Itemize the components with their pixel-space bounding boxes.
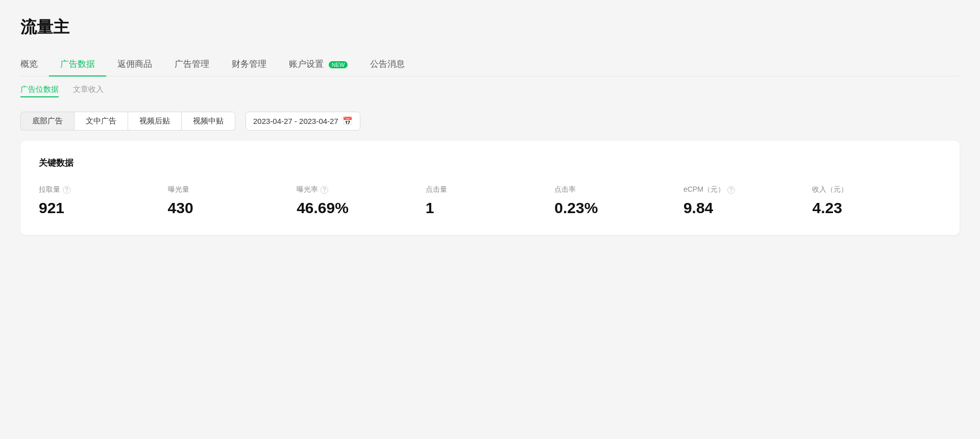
sub-nav-ad-position[interactable]: 广告位数据: [20, 85, 59, 97]
metric-label-click-rate: 点击率: [554, 185, 673, 194]
nav-item-rebate[interactable]: 返佣商品: [106, 53, 163, 76]
metric-value-pull-count: 921: [39, 199, 158, 217]
metric-impression-rate: 曝光率 ? 46.69%: [297, 185, 426, 217]
nav-item-finance[interactable]: 财务管理: [220, 53, 278, 76]
filter-bar: 底部广告 文中广告 视频后贴 视频中贴 2023-04-27 - 2023-04…: [20, 112, 960, 131]
metric-value-click-rate: 0.23%: [554, 199, 673, 217]
metric-value-impression: 430: [168, 199, 287, 217]
metric-label-ecpm: eCPM（元） ?: [683, 185, 802, 194]
metric-value-income: 4.23: [812, 199, 931, 217]
date-range-picker[interactable]: 2023-04-27 - 2023-04-27 📅: [246, 112, 360, 131]
date-range-value: 2023-04-27 - 2023-04-27: [253, 117, 338, 125]
metric-value-ecpm: 9.84: [683, 199, 802, 217]
metric-label-click-count: 点击量: [426, 185, 545, 194]
metric-income: 收入（元） 4.23: [812, 185, 941, 217]
metric-value-impression-rate: 46.69%: [297, 199, 415, 217]
help-icon-ecpm[interactable]: ?: [727, 186, 735, 194]
metric-pull-count: 拉取量 ? 921: [39, 185, 168, 217]
ad-type-mid-roll[interactable]: 视频中贴: [181, 112, 235, 131]
nav-item-account[interactable]: 账户设置 NEW: [278, 53, 359, 76]
nav-item-notice[interactable]: 公告消息: [359, 53, 416, 76]
metric-label-income: 收入（元）: [812, 185, 931, 194]
main-nav: 概览 广告数据 返佣商品 广告管理 财务管理 账户设置 NEW 公告消息: [20, 53, 960, 76]
metric-impression: 曝光量 430: [168, 185, 297, 217]
sub-nav-article-income[interactable]: 文章收入: [73, 85, 104, 97]
metric-value-click-count: 1: [426, 199, 545, 217]
nav-item-overview[interactable]: 概览: [20, 53, 49, 76]
metric-label-pull-count: 拉取量 ?: [39, 185, 158, 194]
metric-ecpm: eCPM（元） ? 9.84: [683, 185, 813, 217]
nav-item-ad-data[interactable]: 广告数据: [49, 53, 106, 76]
metric-click-count: 点击量 1: [426, 185, 555, 217]
data-card: 关键数据 拉取量 ? 921 曝光量 430 曝光率: [20, 141, 960, 235]
new-badge: NEW: [329, 61, 348, 68]
ad-type-post-roll[interactable]: 视频后贴: [128, 112, 181, 131]
help-icon-impression-rate[interactable]: ?: [321, 186, 328, 194]
metric-label-impression: 曝光量: [168, 185, 287, 194]
metric-label-impression-rate: 曝光率 ?: [297, 185, 415, 194]
metrics-row: 拉取量 ? 921 曝光量 430 曝光率 ? 46.69%: [39, 185, 941, 217]
ad-type-bottom[interactable]: 底部广告: [20, 112, 74, 131]
ad-type-inline[interactable]: 文中广告: [74, 112, 128, 131]
help-icon-pull-count[interactable]: ?: [63, 186, 70, 194]
sub-nav: 广告位数据 文章收入: [20, 76, 960, 101]
calendar-icon: 📅: [342, 116, 353, 126]
nav-item-ad-manage[interactable]: 广告管理: [163, 53, 220, 76]
card-title: 关键数据: [39, 157, 941, 169]
page-title: 流量主: [20, 16, 960, 39]
metric-click-rate: 点击率 0.23%: [554, 185, 683, 217]
